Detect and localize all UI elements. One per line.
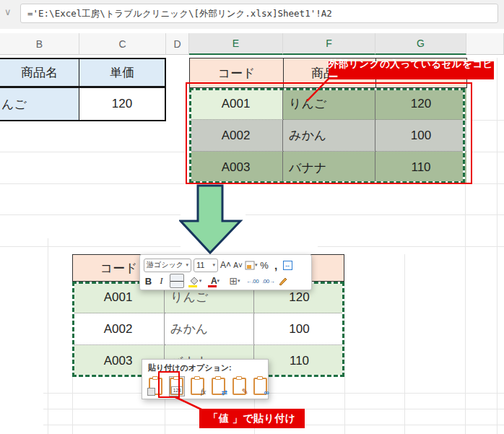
font-name-select[interactable]: 游ゴシック ▾ <box>144 259 191 272</box>
column-header-c[interactable]: C <box>79 33 166 55</box>
font-size-select[interactable]: 11 ▾ <box>194 259 218 272</box>
gridline <box>43 393 504 394</box>
column-header-e[interactable]: E <box>189 33 283 55</box>
chevron-down-icon: ∨ <box>4 6 12 17</box>
borders-button[interactable]: ⊞ ▾ <box>227 274 243 288</box>
fill-color-icon <box>190 277 199 286</box>
column-header-h[interactable] <box>466 33 504 55</box>
mini-toolbar-row-2: B I ▾ A ▾ ⊞ ▾ ←.00 .00→ <box>144 273 308 289</box>
column-header-d[interactable]: D <box>166 33 189 55</box>
left-table-cell-name[interactable]: んご <box>0 88 79 121</box>
gridline <box>472 152 504 152</box>
left-table-header-name[interactable]: 商品名 <box>0 58 79 88</box>
percent-style-button[interactable]: % <box>260 258 269 272</box>
column-header-b[interactable]: B <box>0 33 79 55</box>
gridline <box>344 282 345 434</box>
chevron-down-icon: ▾ <box>217 278 220 284</box>
transpose-arrows-badge: ⇄ <box>222 389 227 396</box>
gridline <box>465 183 466 254</box>
merge-center-button[interactable]: ↔ <box>283 258 292 272</box>
comma-style-button[interactable]: , <box>271 258 281 272</box>
values-annotation-rect <box>158 371 180 398</box>
gridline <box>72 377 73 434</box>
number-format-icon <box>245 261 255 270</box>
increase-decimal-button[interactable]: ←.00 <box>246 274 258 288</box>
paste-link-icon[interactable]: ∞ <box>252 376 268 396</box>
mini-toolbar-row-1: 游ゴシック ▾ 11 ▾ A˄ A˅ ▾ % , ↔ <box>144 257 308 273</box>
fill-color-bar <box>188 285 197 287</box>
number-format-button[interactable]: ▾ <box>245 258 258 272</box>
clipboard-icon: ⇄ <box>212 378 225 395</box>
gridline <box>404 254 405 434</box>
copy-callout-pointer <box>303 77 332 104</box>
shrink-font-button[interactable]: A˅ <box>233 258 243 272</box>
borders-icon: ⊞ <box>229 275 238 287</box>
excel-screenshot: ∨ ='E:\Excel工房\トラブルクリニック\[外部リンク.xlsx]She… <box>0 0 504 434</box>
gridline <box>472 183 504 184</box>
column-header-g[interactable]: G <box>375 33 466 55</box>
font-name-value: 游ゴシック <box>147 260 183 270</box>
mini-toolbar: 游ゴシック ▾ 11 ▾ A˄ A˅ ▾ % , ↔ B <box>139 254 312 290</box>
paste-formulas-icon[interactable]: fx <box>190 376 206 396</box>
formula-bar-area: ∨ ='E:\Excel工房\トラブルクリニック\[外部リンク.xlsx]She… <box>0 0 504 29</box>
formatting-brush-badge: ✎ <box>242 387 248 396</box>
align-center-button[interactable] <box>170 274 184 288</box>
gridline <box>0 246 181 247</box>
clipboard-icon: fx <box>191 378 204 395</box>
chevron-down-icon: ▾ <box>186 262 188 268</box>
font-color-letter: A <box>211 276 217 286</box>
gridline <box>0 183 185 184</box>
paste-formatting-icon[interactable]: ✎ <box>231 376 247 396</box>
copy-callout: 外部リンクの入っているセルをコピー <box>329 61 494 79</box>
gridline <box>472 120 504 121</box>
chevron-down-icon: ▾ <box>255 262 258 268</box>
clipboard-icon: ✎ <box>233 378 246 395</box>
font-color-bar <box>208 285 217 287</box>
gridline <box>0 214 181 215</box>
link-badge: ∞ <box>264 389 269 396</box>
gridline <box>0 152 185 152</box>
decrease-decimal-button[interactable]: .00→ <box>262 274 274 288</box>
gridline <box>465 254 466 434</box>
grow-font-button[interactable]: A˄ <box>220 258 231 272</box>
format-painter-button[interactable] <box>278 274 288 288</box>
paste-square-badge <box>147 388 155 396</box>
format-painter-icon <box>278 276 288 286</box>
bold-button[interactable]: B <box>144 274 153 288</box>
paste-callout: 「値 」で貼り付け <box>199 409 305 428</box>
clipboard-icon: ∞ <box>253 378 267 395</box>
chevron-down-icon: ▾ <box>212 262 215 268</box>
chevron-down-icon: ▾ <box>199 278 202 284</box>
gridline <box>246 214 504 215</box>
chevron-down-icon: ▾ <box>238 278 240 284</box>
font-color-button[interactable]: A ▾ <box>207 274 223 288</box>
gridline <box>48 238 48 434</box>
fill-color-button[interactable]: ▾ <box>188 274 204 288</box>
left-table-header-price[interactable]: 単価 <box>79 58 166 88</box>
gridline <box>318 246 504 247</box>
paste-transpose-icon[interactable]: ⇄ <box>211 376 227 396</box>
merge-center-icon: ↔ <box>283 261 292 270</box>
down-arrow <box>179 183 246 256</box>
left-table-cell-price[interactable]: 120 <box>79 88 166 121</box>
italic-button[interactable]: I <box>157 274 166 288</box>
font-size-value: 11 <box>196 261 204 269</box>
formula-bar-input[interactable]: ='E:\Excel工房\トラブルクリニック\[外部リンク.xlsx]Sheet… <box>20 4 498 23</box>
column-header-f[interactable]: F <box>283 33 375 55</box>
